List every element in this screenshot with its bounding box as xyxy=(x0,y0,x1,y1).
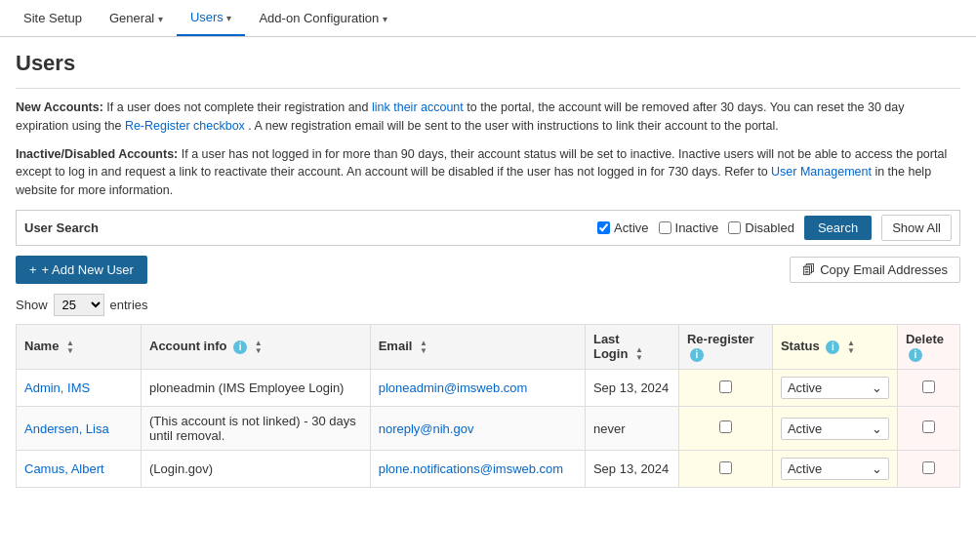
user-management-link[interactable]: User Management xyxy=(771,165,872,179)
inactive-checkbox[interactable] xyxy=(659,221,671,234)
cell-reregister xyxy=(678,370,772,407)
status-sort-icon: ▲▼ xyxy=(847,340,855,355)
search-bar: User Search Active Inactive Disabled Sea… xyxy=(16,210,960,246)
cell-delete xyxy=(897,451,959,488)
cell-name: Admin, IMS xyxy=(17,370,142,407)
account-info-icon[interactable]: i xyxy=(233,340,247,354)
cell-last-login: never xyxy=(585,407,678,451)
col-status[interactable]: Status i ▲▼ xyxy=(772,324,897,370)
users-dropdown-icon: ▾ xyxy=(226,13,231,23)
reregister-checkbox[interactable] xyxy=(719,461,732,474)
status-info-icon[interactable]: i xyxy=(826,340,839,354)
user-name-link[interactable]: Admin, IMS xyxy=(24,380,90,395)
status-dropdown[interactable]: Active ⌄ xyxy=(781,458,889,480)
show-label: Show xyxy=(16,298,48,312)
cell-delete xyxy=(897,407,959,451)
nav-general[interactable]: General ▾ xyxy=(96,1,177,35)
users-table: Name ▲▼ Account info i ▲▼ Email ▲▼ LastL… xyxy=(16,324,960,489)
status-chevron-icon: ⌄ xyxy=(872,461,882,476)
divider-1 xyxy=(16,88,960,89)
entries-label: entries xyxy=(110,298,148,312)
col-account-info[interactable]: Account info i ▲▼ xyxy=(142,324,371,370)
link-their-account[interactable]: link their account xyxy=(372,100,464,114)
nav-users[interactable]: Users ▾ xyxy=(177,0,246,36)
col-reregister: Re-register i xyxy=(678,324,772,370)
user-email-link[interactable]: plone.notifications@imsweb.com xyxy=(379,461,564,476)
email-sort-icon: ▲▼ xyxy=(420,340,427,355)
col-last-login[interactable]: LastLogin ▲▼ xyxy=(585,324,678,370)
delete-checkbox[interactable] xyxy=(922,380,935,393)
reregister-checkbox[interactable] xyxy=(719,420,732,433)
active-checkbox[interactable] xyxy=(597,221,610,234)
addon-dropdown-icon: ▾ xyxy=(383,14,387,24)
reregister-info-icon[interactable]: i xyxy=(690,348,704,362)
col-delete: Delete i xyxy=(897,324,959,370)
cell-last-login: Sep 13, 2024 xyxy=(585,370,678,407)
cell-email: ploneadmin@imsweb.com xyxy=(370,370,585,407)
copy-icon: 🗐 xyxy=(802,262,815,277)
inactive-label: Inactive xyxy=(675,220,719,235)
cell-account-info: (This account is not linked) - 30 days u… xyxy=(142,407,371,451)
user-name-link[interactable]: Andersen, Lisa xyxy=(24,421,109,436)
account-sort-icon: ▲▼ xyxy=(255,340,263,355)
table-row: Andersen, Lisa (This account is not link… xyxy=(17,407,960,451)
active-checkbox-group[interactable]: Active xyxy=(597,220,648,235)
cell-email: noreply@nih.gov xyxy=(370,407,585,451)
page-title: Users xyxy=(16,51,960,76)
nav-site-setup[interactable]: Site Setup xyxy=(10,1,96,35)
cell-status: Active ⌄ xyxy=(772,370,897,407)
col-name[interactable]: Name ▲▼ xyxy=(17,324,142,370)
search-options: Active Inactive Disabled Search Show All xyxy=(597,215,952,241)
cell-account-info: (Login.gov) xyxy=(142,451,371,488)
search-label: User Search xyxy=(24,220,106,235)
col-email[interactable]: Email ▲▼ xyxy=(370,324,585,370)
top-nav: Site Setup General ▾ Users ▾ Add-on Conf… xyxy=(0,0,976,37)
general-dropdown-icon: ▾ xyxy=(158,14,163,24)
info-new-accounts: New Accounts: If a user does not complet… xyxy=(16,99,960,136)
active-label: Active xyxy=(614,220,648,235)
status-chevron-icon: ⌄ xyxy=(872,421,882,436)
entries-select[interactable]: 10 25 50 100 xyxy=(54,294,104,316)
user-email-link[interactable]: noreply@nih.gov xyxy=(379,421,474,436)
cell-email: plone.notifications@imsweb.com xyxy=(370,451,585,488)
cell-name: Andersen, Lisa xyxy=(17,407,142,451)
cell-name: Camus, Albert xyxy=(17,451,142,488)
login-sort-icon: ▲▼ xyxy=(635,346,643,362)
status-chevron-icon: ⌄ xyxy=(872,380,882,395)
table-row: Admin, IMS ploneadmin (IMS Employee Logi… xyxy=(17,370,960,407)
page-content: Users New Accounts: If a user does not c… xyxy=(0,37,976,501)
disabled-label: Disabled xyxy=(745,220,794,235)
disabled-checkbox-group[interactable]: Disabled xyxy=(728,220,794,235)
status-dropdown[interactable]: Active ⌄ xyxy=(781,418,889,440)
cell-delete xyxy=(897,370,959,407)
name-sort-icon: ▲▼ xyxy=(66,340,74,355)
re-register-checkbox-link[interactable]: Re-Register checkbox xyxy=(125,119,245,133)
inactive-checkbox-group[interactable]: Inactive xyxy=(659,220,719,235)
cell-status: Active ⌄ xyxy=(772,407,897,451)
user-email-link[interactable]: ploneadmin@imsweb.com xyxy=(379,380,528,395)
cell-reregister xyxy=(678,451,772,488)
status-dropdown[interactable]: Active ⌄ xyxy=(781,377,889,399)
cell-reregister xyxy=(678,407,772,451)
info-inactive-accounts: Inactive/Disabled Accounts: If a user ha… xyxy=(16,145,960,200)
delete-info-icon[interactable]: i xyxy=(909,348,922,362)
nav-addon-config[interactable]: Add-on Configuration ▾ xyxy=(245,1,400,35)
search-button[interactable]: Search xyxy=(804,216,872,240)
disabled-checkbox[interactable] xyxy=(728,221,741,234)
user-name-link[interactable]: Camus, Albert xyxy=(24,461,104,476)
cell-last-login: Sep 13, 2024 xyxy=(585,451,678,488)
show-all-button[interactable]: Show All xyxy=(881,215,952,241)
cell-account-info: ploneadmin (IMS Employee Login) xyxy=(142,370,371,407)
delete-checkbox[interactable] xyxy=(922,461,935,474)
add-icon: + xyxy=(29,262,37,277)
delete-checkbox[interactable] xyxy=(922,420,935,433)
cell-status: Active ⌄ xyxy=(772,451,897,488)
show-entries: Show 10 25 50 100 entries xyxy=(16,294,960,316)
action-row: + + Add New User 🗐 Copy Email Addresses xyxy=(16,256,960,284)
table-row: Camus, Albert (Login.gov) plone.notifica… xyxy=(17,451,960,488)
copy-email-button[interactable]: 🗐 Copy Email Addresses xyxy=(790,257,960,283)
reregister-checkbox[interactable] xyxy=(719,380,732,393)
add-new-user-button[interactable]: + + Add New User xyxy=(16,256,147,284)
